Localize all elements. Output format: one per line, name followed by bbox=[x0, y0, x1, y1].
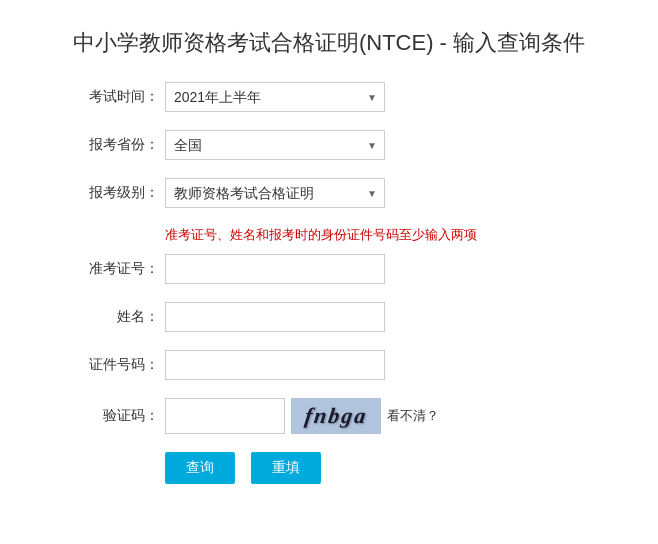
exam-time-label: 考试时间 bbox=[69, 88, 159, 106]
id-row: 证件号码 bbox=[69, 350, 589, 380]
page-title: 中小学教师资格考试合格证明(NTCE) - 输入查询条件 bbox=[53, 0, 605, 82]
id-input[interactable] bbox=[165, 350, 385, 380]
name-input[interactable] bbox=[165, 302, 385, 332]
captcha-image[interactable]: fnbga bbox=[291, 398, 381, 434]
exam-time-select[interactable]: 2021年上半年 2021年下半年 2020年上半年 2020年下半年 bbox=[165, 82, 385, 112]
captcha-refresh-link[interactable]: 看不清？ bbox=[387, 407, 439, 425]
id-label: 证件号码 bbox=[69, 356, 159, 374]
level-select-wrapper: 教师资格考试合格证明 其他 ▼ bbox=[165, 178, 385, 208]
ticket-label: 准考证号 bbox=[69, 260, 159, 278]
name-label: 姓名 bbox=[69, 308, 159, 326]
error-message: 准考证号、姓名和报考时的身份证件号码至少输入两项 bbox=[69, 226, 589, 244]
form-container: 考试时间 2021年上半年 2021年下半年 2020年上半年 2020年下半年… bbox=[69, 82, 589, 484]
ticket-row: 准考证号 bbox=[69, 254, 589, 284]
captcha-row: 验证码 fnbga 看不清？ bbox=[69, 398, 589, 434]
captcha-text: fnbga bbox=[303, 403, 369, 429]
exam-time-row: 考试时间 2021年上半年 2021年下半年 2020年上半年 2020年下半年… bbox=[69, 82, 589, 112]
query-button[interactable]: 查询 bbox=[165, 452, 235, 484]
level-label: 报考级别 bbox=[69, 184, 159, 202]
province-select[interactable]: 全国 北京 上海 广东 bbox=[165, 130, 385, 160]
captcha-input[interactable] bbox=[165, 398, 285, 434]
province-select-wrapper: 全国 北京 上海 广东 ▼ bbox=[165, 130, 385, 160]
captcha-label: 验证码 bbox=[69, 407, 159, 425]
province-row: 报考省份 全国 北京 上海 广东 ▼ bbox=[69, 130, 589, 160]
name-row: 姓名 bbox=[69, 302, 589, 332]
exam-time-select-wrapper: 2021年上半年 2021年下半年 2020年上半年 2020年下半年 ▼ bbox=[165, 82, 385, 112]
level-select[interactable]: 教师资格考试合格证明 其他 bbox=[165, 178, 385, 208]
button-row: 查询 重填 bbox=[69, 452, 589, 484]
reset-button[interactable]: 重填 bbox=[251, 452, 321, 484]
province-label: 报考省份 bbox=[69, 136, 159, 154]
ticket-input[interactable] bbox=[165, 254, 385, 284]
level-row: 报考级别 教师资格考试合格证明 其他 ▼ bbox=[69, 178, 589, 208]
